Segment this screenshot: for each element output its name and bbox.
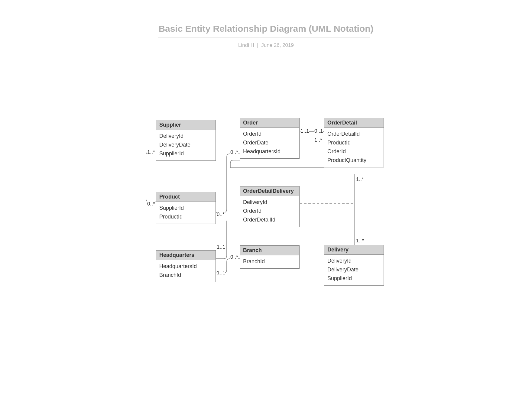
page-title: Basic Entity Relationship Diagram (UML N… — [0, 24, 532, 34]
attr: SupplierId — [159, 204, 212, 212]
mult-supplier: 1..* — [147, 149, 155, 155]
attr: ProductQuantity — [327, 156, 381, 165]
mult-order-left: 0..* — [230, 149, 238, 155]
attr: OrderId — [243, 130, 296, 138]
attr: DeliveryId — [327, 257, 381, 265]
entity-orderdetaildelivery: OrderDetailDelivery DeliveryId OrderId O… — [240, 186, 300, 227]
entity-product-header: Product — [156, 192, 216, 202]
attr: OrderDetailId — [243, 215, 296, 224]
attr: HeadquartersId — [159, 262, 212, 271]
entity-product-body: SupplierId ProductId — [156, 202, 216, 224]
title-rule — [158, 37, 370, 37]
mult-delivery-top: 1..* — [356, 238, 364, 244]
mult-orderdetail-bottom1: 1..* — [314, 137, 322, 143]
entity-delivery-header: Delivery — [324, 245, 384, 255]
mult-product-right: 0..* — [217, 212, 225, 218]
mult-orderdetail-left: 0..1 — [314, 128, 323, 134]
entity-orderdetail-header: OrderDetail — [324, 118, 384, 128]
entity-supplier-body: DeliveryId DeliveryDate SupplierId — [156, 130, 216, 160]
entity-headquarters-header: Headquarters — [156, 251, 216, 260]
entity-branch-body: BranchId — [240, 255, 299, 268]
mult-hq-bottom: 1..1 — [217, 270, 225, 276]
byline: Lindi H | June 26, 2019 — [0, 42, 532, 48]
entity-order-body: OrderId OrderDate HeadquartersId — [240, 128, 299, 158]
attr: DeliveryDate — [159, 141, 212, 149]
entity-headquarters: Headquarters HeadquartersId BranchId — [156, 250, 216, 282]
mult-orderdetail-delivery-mid: 1..* — [356, 176, 364, 183]
attr: OrderDate — [243, 138, 296, 147]
attr: ProductId — [159, 212, 212, 221]
entity-product: Product SupplierId ProductId — [156, 192, 216, 224]
mult-hq-top: 1..1 — [217, 244, 225, 250]
attr: DeliveryDate — [327, 265, 381, 274]
entity-headquarters-body: HeadquartersId BranchId — [156, 260, 216, 282]
attr: BranchId — [243, 257, 296, 266]
entity-supplier-header: Supplier — [156, 120, 216, 130]
attr: HeadquartersId — [243, 147, 296, 156]
attr: DeliveryId — [159, 132, 212, 141]
entity-orderdetail: OrderDetail OrderDetailId ProductId Orde… — [324, 118, 384, 167]
attr: DeliveryId — [243, 198, 296, 207]
attr: ProductId — [327, 138, 381, 147]
attr: OrderDetailId — [327, 130, 381, 138]
entity-delivery: Delivery DeliveryId DeliveryDate Supplie… — [324, 245, 384, 286]
mult-product: 0..* — [147, 201, 155, 207]
attr: SupplierId — [159, 149, 212, 158]
entity-branch: Branch BranchId — [240, 245, 300, 269]
attr: BranchId — [159, 271, 212, 280]
attr: SupplierId — [327, 274, 381, 283]
entity-order: Order OrderId OrderDate HeadquartersId — [240, 118, 300, 159]
attr: OrderId — [327, 147, 381, 156]
entity-orderdetaildelivery-header: OrderDetailDelivery — [240, 186, 299, 196]
entity-supplier: Supplier DeliveryId DeliveryDate Supplie… — [156, 120, 216, 161]
mult-order-right: 1..1 — [300, 128, 309, 134]
entity-order-header: Order — [240, 118, 299, 128]
attr: OrderId — [243, 207, 296, 215]
entity-delivery-body: DeliveryId DeliveryDate SupplierId — [324, 255, 384, 285]
mult-branch-top: 0..* — [230, 254, 238, 260]
entity-orderdetaildelivery-body: DeliveryId OrderId OrderDetailId — [240, 196, 299, 227]
entity-orderdetail-body: OrderDetailId ProductId OrderId ProductQ… — [324, 128, 384, 167]
entity-branch-header: Branch — [240, 246, 299, 255]
